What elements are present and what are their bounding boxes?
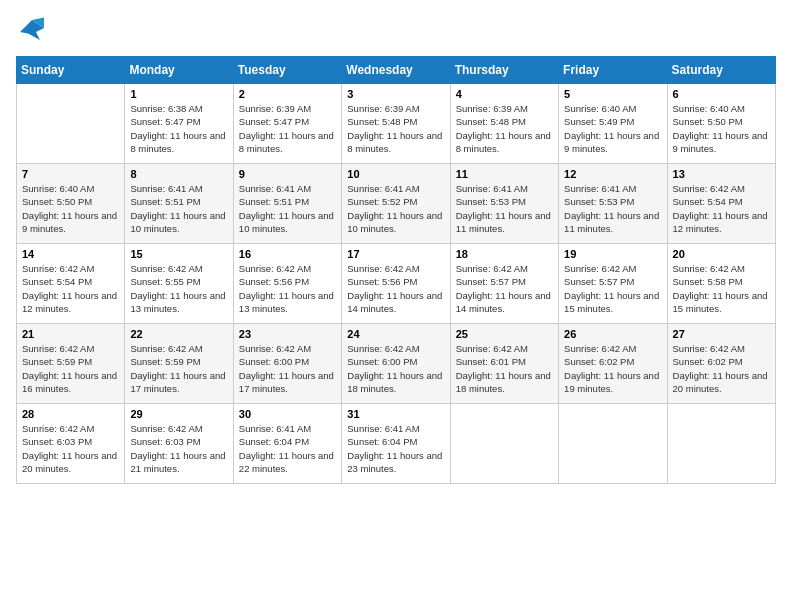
day-info: Sunrise: 6:42 AM Sunset: 5:58 PM Dayligh… bbox=[673, 262, 770, 315]
day-cell: 8Sunrise: 6:41 AM Sunset: 5:51 PM Daylig… bbox=[125, 164, 233, 244]
day-cell: 21Sunrise: 6:42 AM Sunset: 5:59 PM Dayli… bbox=[17, 324, 125, 404]
day-number: 1 bbox=[130, 88, 227, 100]
day-cell: 17Sunrise: 6:42 AM Sunset: 5:56 PM Dayli… bbox=[342, 244, 450, 324]
day-info: Sunrise: 6:41 AM Sunset: 5:52 PM Dayligh… bbox=[347, 182, 444, 235]
day-info: Sunrise: 6:42 AM Sunset: 5:56 PM Dayligh… bbox=[239, 262, 336, 315]
day-number: 25 bbox=[456, 328, 553, 340]
day-cell: 29Sunrise: 6:42 AM Sunset: 6:03 PM Dayli… bbox=[125, 404, 233, 484]
day-cell: 1Sunrise: 6:38 AM Sunset: 5:47 PM Daylig… bbox=[125, 84, 233, 164]
day-number: 14 bbox=[22, 248, 119, 260]
day-number: 26 bbox=[564, 328, 661, 340]
day-info: Sunrise: 6:39 AM Sunset: 5:48 PM Dayligh… bbox=[347, 102, 444, 155]
logo-bird-icon bbox=[16, 16, 48, 44]
day-cell: 5Sunrise: 6:40 AM Sunset: 5:49 PM Daylig… bbox=[559, 84, 667, 164]
day-cell: 24Sunrise: 6:42 AM Sunset: 6:00 PM Dayli… bbox=[342, 324, 450, 404]
day-number: 5 bbox=[564, 88, 661, 100]
day-cell: 9Sunrise: 6:41 AM Sunset: 5:51 PM Daylig… bbox=[233, 164, 341, 244]
day-number: 6 bbox=[673, 88, 770, 100]
day-number: 20 bbox=[673, 248, 770, 260]
day-cell: 4Sunrise: 6:39 AM Sunset: 5:48 PM Daylig… bbox=[450, 84, 558, 164]
day-number: 12 bbox=[564, 168, 661, 180]
day-cell: 20Sunrise: 6:42 AM Sunset: 5:58 PM Dayli… bbox=[667, 244, 775, 324]
day-header-saturday: Saturday bbox=[667, 57, 775, 84]
day-info: Sunrise: 6:41 AM Sunset: 5:51 PM Dayligh… bbox=[239, 182, 336, 235]
day-number: 30 bbox=[239, 408, 336, 420]
day-header-tuesday: Tuesday bbox=[233, 57, 341, 84]
day-info: Sunrise: 6:41 AM Sunset: 5:53 PM Dayligh… bbox=[456, 182, 553, 235]
day-cell: 14Sunrise: 6:42 AM Sunset: 5:54 PM Dayli… bbox=[17, 244, 125, 324]
week-row-2: 7Sunrise: 6:40 AM Sunset: 5:50 PM Daylig… bbox=[17, 164, 776, 244]
day-info: Sunrise: 6:42 AM Sunset: 6:00 PM Dayligh… bbox=[347, 342, 444, 395]
day-cell: 22Sunrise: 6:42 AM Sunset: 5:59 PM Dayli… bbox=[125, 324, 233, 404]
day-number: 22 bbox=[130, 328, 227, 340]
day-header-friday: Friday bbox=[559, 57, 667, 84]
day-info: Sunrise: 6:42 AM Sunset: 5:56 PM Dayligh… bbox=[347, 262, 444, 315]
day-info: Sunrise: 6:39 AM Sunset: 5:47 PM Dayligh… bbox=[239, 102, 336, 155]
day-number: 18 bbox=[456, 248, 553, 260]
day-number: 4 bbox=[456, 88, 553, 100]
day-info: Sunrise: 6:39 AM Sunset: 5:48 PM Dayligh… bbox=[456, 102, 553, 155]
calendar-body: 1Sunrise: 6:38 AM Sunset: 5:47 PM Daylig… bbox=[17, 84, 776, 484]
day-cell: 13Sunrise: 6:42 AM Sunset: 5:54 PM Dayli… bbox=[667, 164, 775, 244]
day-cell: 23Sunrise: 6:42 AM Sunset: 6:00 PM Dayli… bbox=[233, 324, 341, 404]
day-info: Sunrise: 6:40 AM Sunset: 5:49 PM Dayligh… bbox=[564, 102, 661, 155]
day-cell bbox=[667, 404, 775, 484]
day-header-monday: Monday bbox=[125, 57, 233, 84]
day-info: Sunrise: 6:41 AM Sunset: 5:53 PM Dayligh… bbox=[564, 182, 661, 235]
day-number: 27 bbox=[673, 328, 770, 340]
week-row-1: 1Sunrise: 6:38 AM Sunset: 5:47 PM Daylig… bbox=[17, 84, 776, 164]
day-header-thursday: Thursday bbox=[450, 57, 558, 84]
day-info: Sunrise: 6:42 AM Sunset: 5:59 PM Dayligh… bbox=[22, 342, 119, 395]
day-cell: 28Sunrise: 6:42 AM Sunset: 6:03 PM Dayli… bbox=[17, 404, 125, 484]
calendar-table: SundayMondayTuesdayWednesdayThursdayFrid… bbox=[16, 56, 776, 484]
day-cell: 15Sunrise: 6:42 AM Sunset: 5:55 PM Dayli… bbox=[125, 244, 233, 324]
day-cell: 27Sunrise: 6:42 AM Sunset: 6:02 PM Dayli… bbox=[667, 324, 775, 404]
day-info: Sunrise: 6:42 AM Sunset: 6:02 PM Dayligh… bbox=[673, 342, 770, 395]
day-info: Sunrise: 6:42 AM Sunset: 5:59 PM Dayligh… bbox=[130, 342, 227, 395]
day-info: Sunrise: 6:38 AM Sunset: 5:47 PM Dayligh… bbox=[130, 102, 227, 155]
day-info: Sunrise: 6:42 AM Sunset: 5:54 PM Dayligh… bbox=[22, 262, 119, 315]
page-header bbox=[16, 16, 776, 44]
calendar-header-row: SundayMondayTuesdayWednesdayThursdayFrid… bbox=[17, 57, 776, 84]
day-number: 11 bbox=[456, 168, 553, 180]
day-info: Sunrise: 6:40 AM Sunset: 5:50 PM Dayligh… bbox=[22, 182, 119, 235]
day-cell: 25Sunrise: 6:42 AM Sunset: 6:01 PM Dayli… bbox=[450, 324, 558, 404]
day-info: Sunrise: 6:40 AM Sunset: 5:50 PM Dayligh… bbox=[673, 102, 770, 155]
day-cell: 11Sunrise: 6:41 AM Sunset: 5:53 PM Dayli… bbox=[450, 164, 558, 244]
day-cell: 10Sunrise: 6:41 AM Sunset: 5:52 PM Dayli… bbox=[342, 164, 450, 244]
logo bbox=[16, 16, 52, 44]
day-cell: 19Sunrise: 6:42 AM Sunset: 5:57 PM Dayli… bbox=[559, 244, 667, 324]
day-info: Sunrise: 6:42 AM Sunset: 5:57 PM Dayligh… bbox=[564, 262, 661, 315]
day-number: 23 bbox=[239, 328, 336, 340]
day-cell: 31Sunrise: 6:41 AM Sunset: 6:04 PM Dayli… bbox=[342, 404, 450, 484]
day-header-wednesday: Wednesday bbox=[342, 57, 450, 84]
day-cell bbox=[17, 84, 125, 164]
day-number: 21 bbox=[22, 328, 119, 340]
day-number: 2 bbox=[239, 88, 336, 100]
day-number: 17 bbox=[347, 248, 444, 260]
day-number: 8 bbox=[130, 168, 227, 180]
day-info: Sunrise: 6:42 AM Sunset: 5:57 PM Dayligh… bbox=[456, 262, 553, 315]
day-header-sunday: Sunday bbox=[17, 57, 125, 84]
day-info: Sunrise: 6:42 AM Sunset: 5:55 PM Dayligh… bbox=[130, 262, 227, 315]
day-number: 10 bbox=[347, 168, 444, 180]
day-number: 15 bbox=[130, 248, 227, 260]
day-info: Sunrise: 6:42 AM Sunset: 6:01 PM Dayligh… bbox=[456, 342, 553, 395]
day-number: 28 bbox=[22, 408, 119, 420]
week-row-5: 28Sunrise: 6:42 AM Sunset: 6:03 PM Dayli… bbox=[17, 404, 776, 484]
day-number: 31 bbox=[347, 408, 444, 420]
day-cell bbox=[559, 404, 667, 484]
day-number: 19 bbox=[564, 248, 661, 260]
day-info: Sunrise: 6:42 AM Sunset: 6:03 PM Dayligh… bbox=[130, 422, 227, 475]
day-number: 9 bbox=[239, 168, 336, 180]
day-cell: 26Sunrise: 6:42 AM Sunset: 6:02 PM Dayli… bbox=[559, 324, 667, 404]
day-number: 24 bbox=[347, 328, 444, 340]
day-cell: 18Sunrise: 6:42 AM Sunset: 5:57 PM Dayli… bbox=[450, 244, 558, 324]
day-info: Sunrise: 6:42 AM Sunset: 6:02 PM Dayligh… bbox=[564, 342, 661, 395]
day-cell: 30Sunrise: 6:41 AM Sunset: 6:04 PM Dayli… bbox=[233, 404, 341, 484]
day-info: Sunrise: 6:41 AM Sunset: 6:04 PM Dayligh… bbox=[239, 422, 336, 475]
day-info: Sunrise: 6:41 AM Sunset: 5:51 PM Dayligh… bbox=[130, 182, 227, 235]
day-number: 13 bbox=[673, 168, 770, 180]
day-number: 16 bbox=[239, 248, 336, 260]
day-cell bbox=[450, 404, 558, 484]
